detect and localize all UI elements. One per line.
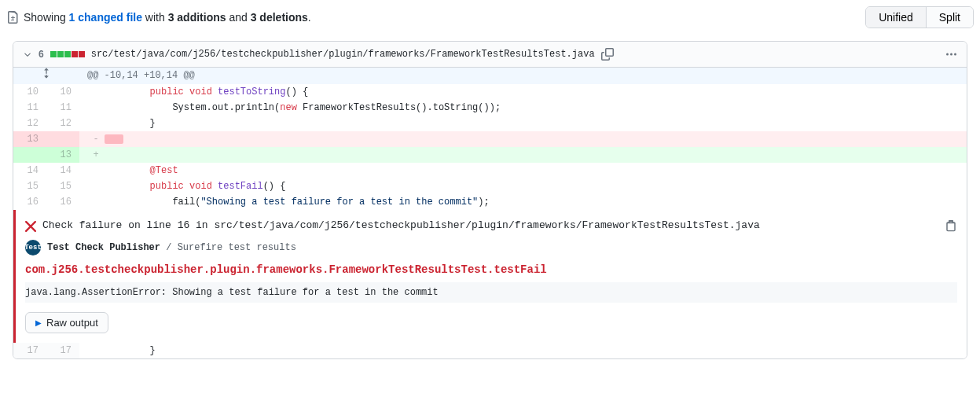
code-line: System.out.println(new FrameworkTestResu… xyxy=(79,100,967,116)
view-toggle: Unified Split xyxy=(865,6,974,28)
line-num-new xyxy=(46,131,79,147)
raw-output-button[interactable]: ▶ Raw output xyxy=(25,312,108,333)
copy-icon[interactable] xyxy=(601,48,614,61)
line-num-new[interactable]: 14 xyxy=(46,163,79,178)
line-num-new[interactable]: 10 xyxy=(46,84,79,100)
line-num-new[interactable]: 11 xyxy=(46,100,79,116)
code-line: public void testFail() { xyxy=(79,178,967,194)
file-path[interactable]: src/test/java/com/j256/testcheckpublishe… xyxy=(91,49,595,60)
line-num-old[interactable]: 12 xyxy=(13,116,46,131)
changes-summary: Showing 1 changed file with 3 additions … xyxy=(24,11,311,24)
line-num-new[interactable]: 12 xyxy=(46,116,79,131)
line-num-new[interactable]: 16 xyxy=(46,194,79,210)
line-num-old[interactable]: 13 xyxy=(13,131,46,147)
check-title: Check failure on line 16 in src/test/jav… xyxy=(42,219,760,231)
line-num-old[interactable]: 14 xyxy=(13,163,46,178)
code-line: @Test xyxy=(79,163,967,178)
code-line: } xyxy=(79,116,967,131)
change-count: 6 xyxy=(39,49,44,60)
diffstat xyxy=(50,51,85,57)
line-num-old[interactable]: 17 xyxy=(13,343,46,358)
split-button[interactable]: Split xyxy=(927,7,973,28)
check-failure-title: com.j256.testcheckpublisher.plugin.frame… xyxy=(25,263,957,276)
avatar[interactable]: Test xyxy=(25,240,41,255)
line-num-new[interactable]: 17 xyxy=(46,343,79,358)
clipboard-icon[interactable] xyxy=(945,219,957,232)
changed-files-link[interactable]: 1 changed file xyxy=(69,11,142,24)
play-icon: ▶ xyxy=(35,318,42,327)
check-app-name[interactable]: Test Check Publisher xyxy=(47,242,160,253)
expand-up-button[interactable] xyxy=(13,68,79,84)
file-diff: 6 src/test/java/com/j256/testcheckpublis… xyxy=(13,41,967,359)
code-line: fail("Showing a test failure for a test … xyxy=(79,194,967,210)
unified-button[interactable]: Unified xyxy=(866,7,927,28)
code-line-added: + xyxy=(79,147,967,163)
line-num-old[interactable]: 16 xyxy=(13,194,46,210)
check-annotation: Check failure on line 16 in src/test/jav… xyxy=(13,210,967,343)
code-line: } xyxy=(79,343,967,358)
check-message: java.lang.AssertionError: Showing a test… xyxy=(25,282,957,303)
kebab-icon[interactable] xyxy=(945,48,957,61)
line-num-new[interactable]: 15 xyxy=(46,178,79,194)
check-suite-name: Surefire test results xyxy=(178,242,296,253)
code-line: public void testToString() { xyxy=(79,84,967,100)
code-line-deleted: - xyxy=(79,131,967,147)
line-num-new[interactable]: 13 xyxy=(46,147,79,163)
diff-icon xyxy=(6,11,19,24)
summary-bar: Showing 1 changed file with 3 additions … xyxy=(6,11,311,24)
line-num-old xyxy=(13,147,46,163)
line-num-old[interactable]: 10 xyxy=(13,84,46,100)
chevron-down-icon[interactable] xyxy=(23,50,32,59)
line-num-old[interactable]: 11 xyxy=(13,100,46,116)
hunk-header: @@ -10,14 +10,14 @@ xyxy=(79,68,967,84)
line-num-old[interactable]: 15 xyxy=(13,178,46,194)
x-icon xyxy=(25,221,36,232)
